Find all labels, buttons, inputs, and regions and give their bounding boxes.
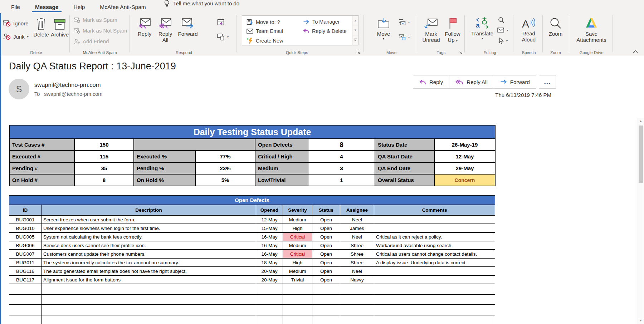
- tab-mcafee-anti-spam[interactable]: McAfee Anti-Spam: [92, 1, 153, 13]
- defect-row-empty: [9, 294, 495, 305]
- defect-cell-empty: [42, 305, 256, 315]
- reply-action-button[interactable]: Reply: [413, 75, 449, 89]
- group-label-speech: Speech: [515, 50, 542, 55]
- read-aloud-button[interactable]: A Read Aloud: [518, 15, 540, 43]
- tab-message[interactable]: Message: [28, 1, 66, 13]
- meeting-button[interactable]: [217, 18, 225, 26]
- delete-button[interactable]: Delete: [32, 16, 50, 38]
- rules-dropdown-icon: ▾: [408, 21, 410, 24]
- reply-all-icon: [159, 15, 172, 31]
- defect-cell: [374, 275, 495, 284]
- ribbon-group-google-drive: Save Attachments Google Drive: [570, 13, 613, 56]
- group-label-zoom: Zoom: [544, 50, 567, 55]
- summary-label: QA End Date: [375, 162, 434, 174]
- scrollbar-down-icon[interactable]: ▼: [638, 318, 644, 324]
- add-friend-label: Add Friend: [83, 38, 109, 44]
- ribbon-group-delete: Ignore Junk ▾ Delete Archive Delete: [3, 13, 69, 56]
- quick-steps-dialog-launcher-icon[interactable]: [356, 50, 360, 54]
- tell-me-box[interactable]: Tell me what you want to do: [164, 0, 239, 9]
- zoom-label: Zoom: [549, 31, 562, 37]
- reply-button[interactable]: Reply: [135, 15, 154, 37]
- reply-delete-icon: [303, 29, 309, 34]
- scroll-more-icon[interactable]: [352, 35, 358, 45]
- team-email-icon: [247, 29, 253, 34]
- scroll-down-icon[interactable]: ▼: [352, 25, 358, 35]
- defect-row: BUG005System not calculating the bank fe…: [9, 232, 495, 241]
- quick-step-move-to[interactable]: Move to: ?: [247, 19, 280, 25]
- translate-button[interactable]: a Translate ▾: [471, 15, 494, 40]
- email-subject: Daily QA Status Report : 13-June-2019: [9, 61, 176, 72]
- window-edge: [0, 13, 1, 324]
- find-button[interactable]: [498, 17, 504, 23]
- more-actions-button[interactable]: …: [539, 75, 556, 89]
- add-friend-button[interactable]: Add Friend: [74, 38, 109, 44]
- defect-cell: 16-May: [256, 232, 283, 241]
- message-scrollbar[interactable]: ▲ ▼: [638, 118, 644, 324]
- sender-address[interactable]: swapnil@techno-pm.com: [34, 82, 101, 88]
- defect-cell: BUG116: [9, 267, 42, 275]
- defect-cell: Critical as it can reject a policy.: [374, 232, 495, 241]
- defect-cell: 16-May: [256, 241, 283, 250]
- reply-all-arrow-icon: [455, 79, 463, 85]
- reply-all-button[interactable]: Reply All: [155, 15, 175, 43]
- quick-step-label: Reply & Delete: [312, 28, 347, 34]
- ribbon-group-editing: a Translate ▾ ▾ ▾ Editing: [467, 13, 513, 56]
- junk-button[interactable]: Junk ▾: [3, 33, 29, 40]
- collapse-ribbon-icon[interactable]: [633, 50, 638, 53]
- save-attachments-button[interactable]: Save Attachments: [575, 15, 608, 43]
- defect-cell-empty: [9, 294, 42, 305]
- move-button[interactable]: Move ▾: [373, 15, 394, 40]
- summary-label: On Hold #: [9, 174, 74, 186]
- find-icon: [498, 17, 504, 23]
- follow-up-label: Follow Up: [445, 31, 460, 43]
- mark-as-not-spam-button[interactable]: Mark as Not Spam: [74, 28, 127, 34]
- scroll-up-icon[interactable]: ▲: [352, 16, 358, 25]
- defects-col-assignee: Assignee: [340, 205, 374, 215]
- defect-cell-empty: [312, 294, 340, 305]
- defect-cell: Shree: [340, 250, 374, 258]
- summary-value: 1: [308, 174, 375, 186]
- read-aloud-label: Read Aloud: [518, 31, 540, 43]
- scrollbar-up-icon[interactable]: ▲: [638, 118, 644, 124]
- defect-cell-empty: [374, 315, 495, 324]
- rules-button[interactable]: ▾: [399, 19, 410, 25]
- sender-avatar[interactable]: S: [9, 79, 29, 99]
- mark-unread-button[interactable]: Mark Unread: [421, 15, 441, 43]
- related-icon: [497, 28, 504, 33]
- quick-steps-scrollbar[interactable]: ▲ ▼: [352, 16, 358, 45]
- quick-step-to-manager[interactable]: To Manager: [303, 19, 340, 25]
- ribbon-group-mcafee: Mark as Spam Mark as Not Spam Add Friend…: [72, 13, 128, 56]
- ribbon-group-speech: A Read Aloud Speech: [515, 13, 542, 56]
- quick-step-team-email[interactable]: Team Email: [247, 28, 283, 34]
- archive-button[interactable]: Archive: [50, 16, 69, 38]
- defect-cell: 20-May: [256, 267, 283, 275]
- zoom-button[interactable]: Zoom: [546, 15, 565, 37]
- scrollbar-thumb[interactable]: [639, 126, 643, 183]
- defect-cell: The auto generated email template does n…: [42, 267, 256, 275]
- forward-action-button[interactable]: Forward: [494, 75, 536, 89]
- message-actions: Reply Reply All Forward …: [413, 75, 556, 89]
- group-label-editing: Editing: [467, 50, 513, 55]
- tab-help[interactable]: Help: [66, 1, 92, 13]
- defect-cell: Critical as users cannot change contact …: [374, 250, 495, 258]
- follow-up-button[interactable]: Follow Up ▾: [443, 15, 462, 43]
- mark-as-spam-icon: [74, 17, 80, 23]
- ribbon-group-respond: Reply Reply All Forward ▾ Respond: [132, 13, 236, 56]
- related-button[interactable]: ▾: [497, 28, 508, 33]
- quick-step-reply-delete[interactable]: Reply & Delete: [303, 28, 347, 34]
- actions-button[interactable]: ▾: [399, 34, 410, 40]
- tab-file[interactable]: File: [4, 1, 28, 13]
- reply-all-action-button[interactable]: Reply All: [449, 75, 494, 89]
- defect-cell: Neel: [340, 232, 374, 241]
- mark-as-spam-button[interactable]: Mark as Spam: [74, 17, 117, 23]
- recipient-address[interactable]: swapnil@techno-pm.com: [44, 91, 102, 97]
- defect-cell: Screen freezes when user submit the form…: [42, 215, 256, 224]
- defect-cell-empty: [9, 315, 42, 324]
- ignore-button[interactable]: Ignore: [3, 20, 29, 27]
- im-button[interactable]: ▾: [217, 33, 229, 40]
- forward-button[interactable]: Forward: [177, 15, 199, 37]
- select-button[interactable]: ▾: [498, 38, 508, 44]
- quick-step-create-new[interactable]: Create New: [247, 38, 283, 44]
- defect-cell: Neel: [340, 267, 374, 275]
- defect-cell: 16-May: [256, 250, 283, 258]
